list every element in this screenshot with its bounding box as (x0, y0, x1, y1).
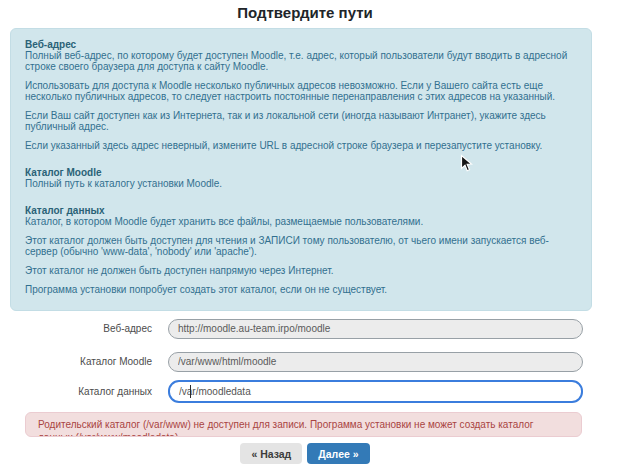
info-paragraph: Каталог, в котором Moodle будет хранить … (25, 216, 577, 227)
info-paragraph: Полный веб-адрес, по которому будет дост… (25, 50, 577, 72)
moodle-directory-input[interactable] (168, 352, 583, 372)
error-message: Родительский каталог (/var/www) не досту… (38, 419, 533, 437)
info-heading-moodle-directory: Каталог Moodle (25, 167, 577, 178)
info-paragraph: Если указанный здесь адрес неверный, изм… (25, 140, 577, 151)
mouse-cursor-icon (460, 154, 473, 173)
page-title: Подтвердите пути (0, 4, 610, 21)
moodle-directory-label: Каталог Moodle (0, 356, 152, 367)
web-address-input[interactable] (168, 319, 583, 339)
info-paragraph: Этот каталог должен быть доступен для чт… (25, 235, 577, 257)
info-paragraph: Если Ваш сайт доступен как из Интернета,… (25, 110, 577, 132)
next-button[interactable]: Далее » (307, 443, 369, 464)
info-paragraph: Полный путь к каталогу установки Moodle. (25, 178, 577, 189)
info-heading-web-address: Веб-адрес (25, 39, 577, 50)
text-caret (190, 385, 191, 398)
error-alert: Родительский каталог (/var/www) не досту… (25, 412, 582, 437)
info-heading-data-directory: Каталог данных (25, 205, 577, 216)
back-button[interactable]: « Назад (240, 443, 302, 464)
wizard-navigation: « Назад Далее » (0, 443, 610, 464)
info-paragraph: Этот каталог не должен быть доступен нап… (25, 265, 577, 276)
info-paragraph: Использовать для доступа к Moodle нескол… (25, 80, 577, 102)
paths-info-box: Веб-адрес Полный веб-адрес, по которому … (10, 28, 592, 311)
data-directory-input[interactable] (168, 380, 583, 403)
web-address-label: Веб-адрес (0, 323, 152, 334)
info-paragraph: Программа установки попробует создать эт… (25, 284, 577, 295)
data-directory-label: Каталог данных (0, 386, 152, 397)
